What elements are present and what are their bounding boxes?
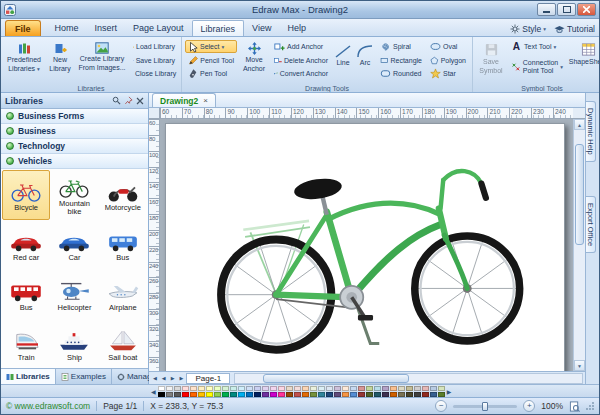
color-swatch[interactable] — [382, 392, 389, 397]
color-swatch[interactable] — [422, 386, 429, 391]
color-swatch[interactable] — [438, 392, 445, 397]
color-swatch[interactable] — [374, 392, 381, 397]
color-swatch[interactable] — [222, 392, 229, 397]
tab-view[interactable]: View — [244, 20, 279, 36]
text-tool-button[interactable]: A Text Tool ▾ — [508, 40, 566, 53]
color-swatch[interactable] — [350, 386, 357, 391]
create-library-from-images-button[interactable]: Create Library From Images... — [76, 39, 128, 74]
close-panel-icon[interactable] — [136, 97, 144, 105]
zoom-out-button[interactable]: − — [435, 400, 447, 412]
tab-libraries-panel[interactable]: Libraries — [1, 369, 56, 384]
predefined-libraries-button[interactable]: Predefined Libraries ▾ — [4, 39, 44, 75]
color-swatch[interactable] — [302, 386, 309, 391]
library-item-car[interactable]: Car — [50, 220, 98, 270]
delete-anchor-button[interactable]: Delete Anchor — [271, 54, 331, 67]
vertical-scrollbar[interactable]: ▲ ▼ — [573, 119, 585, 371]
oval-tool-button[interactable]: Oval — [427, 40, 469, 53]
color-swatch[interactable] — [166, 392, 173, 397]
color-swatch[interactable] — [430, 392, 437, 397]
tab-page-layout[interactable]: Page Layout — [125, 20, 192, 36]
color-swatch[interactable] — [358, 392, 365, 397]
color-swatch[interactable] — [174, 386, 181, 391]
color-swatch[interactable] — [414, 386, 421, 391]
file-menu-button[interactable]: File — [5, 20, 41, 36]
color-swatch[interactable] — [214, 386, 221, 391]
color-swatch[interactable] — [238, 386, 245, 391]
color-swatch[interactable] — [182, 386, 189, 391]
color-swatch[interactable] — [238, 392, 245, 397]
color-swatch[interactable] — [262, 392, 269, 397]
ruler-horizontal[interactable]: 6070809010011012013014015016017018019020… — [160, 108, 573, 119]
ruler-vertical[interactable]: 6080100120140160180200220240260280300320… — [149, 119, 160, 371]
tab-examples-panel[interactable]: Examples — [56, 369, 112, 384]
color-swatch[interactable] — [414, 392, 421, 397]
save-symbol-button[interactable]: Save Symbol — [476, 39, 506, 77]
connection-point-tool-button[interactable]: ConnectionPoint Tool ▾ — [508, 54, 566, 80]
color-swatch[interactable] — [158, 386, 165, 391]
last-page-icon[interactable]: ▶ — [178, 375, 186, 381]
color-swatch[interactable] — [230, 386, 237, 391]
color-swatch[interactable] — [278, 386, 285, 391]
library-item-bicycle[interactable]: Bicycle — [2, 170, 50, 220]
color-swatch[interactable] — [286, 386, 293, 391]
color-swatch[interactable] — [246, 392, 253, 397]
library-item-red-car[interactable]: Red car — [2, 220, 50, 270]
fit-page-icon[interactable] — [569, 401, 580, 412]
resize-grip-icon[interactable] — [586, 402, 594, 410]
select-tool-button[interactable]: Select ▾ — [185, 40, 237, 53]
color-swatch[interactable] — [390, 392, 397, 397]
color-swatch[interactable] — [246, 386, 253, 391]
color-swatch[interactable] — [438, 386, 445, 391]
line-tool-button[interactable]: Line — [333, 44, 353, 67]
color-swatch[interactable] — [294, 386, 301, 391]
color-swatch[interactable] — [206, 386, 213, 391]
rectangle-tool-button[interactable]: Rectangle — [377, 54, 425, 67]
color-swatch[interactable] — [254, 386, 261, 391]
color-swatch[interactable] — [430, 386, 437, 391]
color-swatch[interactable] — [270, 386, 277, 391]
color-swatch[interactable] — [190, 386, 197, 391]
polygon-tool-button[interactable]: Polygon — [427, 54, 469, 67]
maximize-button[interactable] — [557, 3, 576, 16]
load-library-button[interactable]: Load Library — [130, 40, 178, 53]
section-business-forms[interactable]: Business Forms — [1, 109, 148, 124]
color-swatch[interactable] — [222, 386, 229, 391]
first-page-icon[interactable]: ◀ — [151, 375, 159, 381]
color-swatch[interactable] — [334, 386, 341, 391]
color-swatch[interactable] — [326, 386, 333, 391]
color-swatch[interactable] — [342, 392, 349, 397]
color-swatch[interactable] — [286, 392, 293, 397]
library-item-airplane[interactable]: Airplane — [99, 270, 147, 320]
bicycle-shape[interactable] — [174, 126, 556, 370]
close-library-button[interactable]: Close Library — [130, 67, 178, 80]
library-item-train[interactable]: Train — [2, 320, 50, 368]
color-swatch[interactable] — [310, 392, 317, 397]
document-tab-drawing2[interactable]: Drawing2 × — [152, 93, 216, 107]
color-swatch[interactable] — [166, 386, 173, 391]
tab-libraries[interactable]: Libraries — [192, 20, 245, 36]
color-swatch[interactable] — [366, 392, 373, 397]
zoom-slider[interactable] — [453, 405, 517, 408]
convert-anchor-button[interactable]: Convert Anchor — [271, 67, 331, 80]
library-item-red-bus[interactable]: Bus — [2, 270, 50, 320]
scroll-down-icon[interactable]: ▼ — [574, 360, 585, 371]
color-swatch[interactable] — [158, 392, 165, 397]
pencil-tool-button[interactable]: Pencil Tool — [185, 54, 237, 67]
tab-insert[interactable]: Insert — [87, 20, 126, 36]
move-anchor-button[interactable]: Move Anchor — [239, 39, 269, 75]
zoom-in-button[interactable]: + — [523, 400, 535, 412]
zoom-slider-thumb[interactable] — [482, 402, 488, 411]
tab-home[interactable]: Home — [47, 20, 87, 36]
rounded-rectangle-tool-button[interactable]: Rounded — [377, 67, 425, 80]
color-swatch[interactable] — [262, 386, 269, 391]
tutorial-menu[interactable]: Tutorial — [554, 24, 595, 34]
color-swatch[interactable] — [182, 392, 189, 397]
color-swatch[interactable] — [398, 386, 405, 391]
vertical-scroll-thumb[interactable] — [575, 144, 584, 245]
color-swatch[interactable] — [214, 392, 221, 397]
search-icon[interactable] — [112, 96, 121, 105]
color-swatch[interactable] — [374, 386, 381, 391]
color-swatch[interactable] — [318, 386, 325, 391]
section-business[interactable]: Business — [1, 124, 148, 139]
previous-page-icon[interactable]: ◀ — [160, 375, 168, 381]
